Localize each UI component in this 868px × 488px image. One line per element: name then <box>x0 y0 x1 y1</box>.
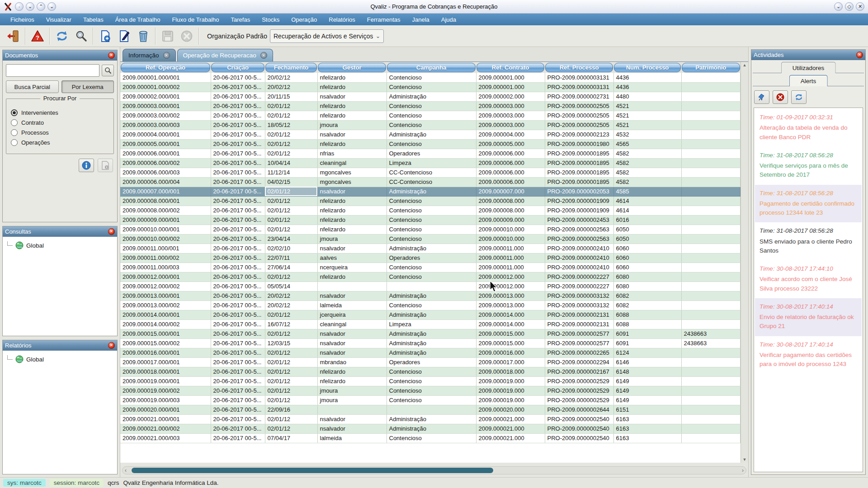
table-cell[interactable]: 20-06-2017 00-5... <box>211 272 265 282</box>
menu-item[interactable]: Relatórios <box>323 14 361 25</box>
table-cell[interactable]: 16/07/12 <box>265 319 317 329</box>
table-cell[interactable]: 20-06-2017 00-5... <box>211 338 265 348</box>
table-cell[interactable]: 4614 <box>613 196 681 206</box>
table-cell[interactable]: 6082 <box>613 300 681 310</box>
table-cell[interactable]: PRO-2009.0000001895 <box>545 149 613 158</box>
table-cell[interactable]: 10/04/14 <box>265 158 317 168</box>
table-cell[interactable] <box>681 367 741 376</box>
table-cell[interactable]: nfelizardo <box>317 139 387 149</box>
table-cell[interactable]: 2009.000003.000 <box>476 111 545 120</box>
table-cell[interactable]: PRO-2009.0000002529 <box>545 386 613 395</box>
table-cell[interactable]: Operadores <box>387 357 476 367</box>
table-cell[interactable]: Administração <box>387 348 476 357</box>
table-cell[interactable]: PRO-2009.0000002577 <box>545 329 613 338</box>
column-header[interactable]: Ref. Contrato <box>476 62 545 73</box>
table-cell[interactable]: Contencioso <box>387 206 476 215</box>
table-cell[interactable]: 2009.000001.000/001 <box>120 73 211 82</box>
table-row[interactable]: 2009.000006.000/00120-06-2017 00-5...02/… <box>120 149 741 158</box>
table-cell[interactable]: 2009.000010.000/001 <box>120 225 211 234</box>
alert-item[interactable]: Time: 31-08-2017 08:56:28SMS enviado par… <box>755 222 862 260</box>
table-row[interactable]: 2009.000001.000/00120-06-2017 00-5...20/… <box>120 73 741 82</box>
table-cell[interactable]: 20-06-2017 00-5... <box>211 149 265 158</box>
table-cell[interactable]: Operadores <box>387 253 476 263</box>
table-cell[interactable] <box>681 206 741 215</box>
table-cell[interactable]: aalves <box>317 253 387 263</box>
table-cell[interactable]: PRO-2009.0000003132 <box>545 291 613 300</box>
table-cell[interactable]: 20-06-2017 00-5... <box>211 130 265 139</box>
table-cell[interactable]: PRO-2009.0000002529 <box>545 395 613 405</box>
table-cell[interactable]: 2009.000011.000/001 <box>120 244 211 253</box>
table-cell[interactable]: 22/09/16 <box>265 405 317 414</box>
table-cell[interactable]: Contencioso <box>387 215 476 225</box>
column-header[interactable]: Criação <box>211 62 265 73</box>
table-cell[interactable]: 6080 <box>613 272 681 282</box>
table-cell[interactable]: 2009.000012.000/002 <box>120 282 211 291</box>
menu-item[interactable]: Fluxo de Trabalho <box>166 14 225 25</box>
refresh-alerts-button[interactable] <box>791 90 807 104</box>
table-row[interactable]: 2009.000003.000/00320-06-2017 00-5...18/… <box>120 120 741 130</box>
close-icon[interactable]: ✕ <box>108 52 115 59</box>
table-cell[interactable]: 23/04/14 <box>265 234 317 244</box>
table-cell[interactable]: 2009.000015.000/001 <box>120 329 211 338</box>
table-row[interactable]: 2009.000011.000/00320-06-2017 00-5...27/… <box>120 263 741 272</box>
table-cell[interactable]: 20-06-2017 00-5... <box>211 253 265 263</box>
column-header[interactable]: Num. Processo <box>613 62 681 73</box>
table-cell[interactable]: 2009.000002.000 <box>476 92 545 101</box>
table-cell[interactable]: PRO-2009.0000002529 <box>545 376 613 386</box>
table-cell[interactable]: 2009.000006.000/003 <box>120 168 211 177</box>
table-cell[interactable]: 02/01/12 <box>265 111 317 120</box>
table-cell[interactable]: cleaningal <box>317 158 387 168</box>
table-cell[interactable]: Contencioso <box>387 139 476 149</box>
table-cell[interactable]: 6050 <box>613 225 681 234</box>
close-button[interactable]: ✕ <box>856 2 864 11</box>
table-cell[interactable]: jmoura <box>317 234 387 244</box>
table-cell[interactable]: Administração <box>387 187 476 196</box>
table-cell[interactable]: PRO-2009.0000002167 <box>545 367 613 376</box>
table-row[interactable]: 2009.000003.000/00220-06-2017 00-5...02/… <box>120 111 741 120</box>
table-cell[interactable]: nfelizardo <box>317 82 387 92</box>
table-cell[interactable]: 2009.000019.000/003 <box>120 395 211 405</box>
table-cell[interactable]: 2009.000012.000 <box>476 282 545 291</box>
alert-item[interactable]: Time: 30-08-2017 17:40:14Envio de relato… <box>755 298 862 336</box>
exit-button[interactable] <box>4 27 23 46</box>
table-cell[interactable]: 07/04/17 <box>265 433 317 443</box>
table-cell[interactable]: Contencioso <box>387 395 476 405</box>
table-cell[interactable]: 4582 <box>613 158 681 168</box>
table-cell[interactable]: 2009.000003.000/001 <box>120 101 211 111</box>
table-cell[interactable]: 6088 <box>613 319 681 329</box>
table-cell[interactable]: 20-06-2017 00-5... <box>211 395 265 405</box>
keep-below-button[interactable]: ⌄ <box>47 2 56 11</box>
table-cell[interactable]: 6148 <box>613 367 681 376</box>
table-cell[interactable]: nfelizardo <box>317 367 387 376</box>
documentos-search-button[interactable] <box>102 65 114 76</box>
search-button[interactable] <box>71 27 90 46</box>
table-cell[interactable]: 20-06-2017 00-5... <box>211 263 265 272</box>
table-cell[interactable] <box>681 92 741 101</box>
menu-item[interactable]: Tabelas <box>77 14 109 25</box>
close-icon[interactable]: ✕ <box>163 52 170 59</box>
table-cell[interactable] <box>317 405 387 414</box>
table-row[interactable]: 2009.000004.000/00120-06-2017 00-5...02/… <box>120 130 741 139</box>
table-cell[interactable]: nsalvador <box>317 291 387 300</box>
table-cell[interactable]: 20/02/12 <box>265 300 317 310</box>
table-cell[interactable]: jmoura <box>317 386 387 395</box>
table-row[interactable]: 2009.000018.000/00120-06-2017 00-5...02/… <box>120 367 741 376</box>
scroll-right-icon[interactable]: › <box>742 467 744 474</box>
table-cell[interactable]: 20-06-2017 00-5... <box>211 120 265 130</box>
table-cell[interactable]: 02/01/12 <box>265 424 317 433</box>
table-cell[interactable] <box>681 291 741 300</box>
table-cell[interactable]: Administração <box>387 424 476 433</box>
table-cell[interactable]: 02/01/12 <box>265 310 317 319</box>
table-cell[interactable]: PRO-2009.0000002505 <box>545 111 613 120</box>
table-cell[interactable]: 20/11/15 <box>265 92 317 101</box>
table-cell[interactable] <box>681 348 741 357</box>
table-cell[interactable]: 05/05/14 <box>265 282 317 291</box>
table-cell[interactable]: 2009.000015.000/002 <box>120 338 211 348</box>
edit-document-button[interactable] <box>115 27 134 46</box>
table-cell[interactable]: Contencioso <box>387 120 476 130</box>
table-cell[interactable]: 6016 <box>613 215 681 225</box>
table-cell[interactable]: 2009.000019.000 <box>476 395 545 405</box>
table-row[interactable]: 2009.000005.000/00120-06-2017 00-5...02/… <box>120 139 741 149</box>
document-info-button[interactable] <box>98 159 113 172</box>
table-cell[interactable]: 6060 <box>613 244 681 253</box>
